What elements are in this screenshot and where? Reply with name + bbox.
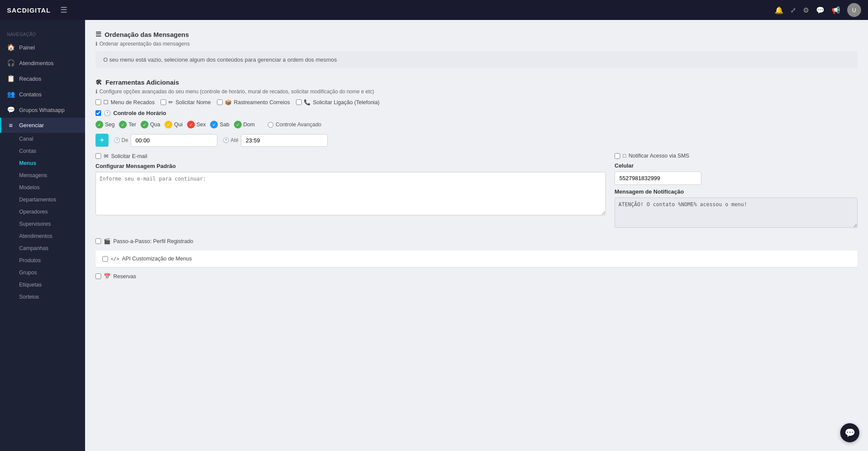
from-time-input[interactable] (131, 134, 217, 147)
checkbox-solicitar-nome[interactable]: ✏ Solicitar Nome (161, 99, 210, 105)
ferramentas-section: 🛠 Ferramentas Adicionais ℹ Configure opç… (95, 79, 858, 281)
sidebar-subitem-modelos[interactable]: Modelos (0, 181, 85, 194)
sidebar-subitem-sorteios[interactable]: Sorteios (0, 291, 85, 303)
info-icon-2: ℹ (95, 89, 98, 95)
reservas-checkbox[interactable] (95, 273, 101, 279)
controle-horario-checkbox[interactable] (95, 110, 101, 116)
rastreamento-correios-checkbox[interactable] (217, 99, 223, 105)
sidebar-subitem-campanhas[interactable]: Campanhas (0, 242, 85, 254)
controle-avancado-label: Controle Avançado (276, 122, 321, 128)
notificar-sms-checkbox[interactable] (615, 153, 620, 159)
megaphone-icon[interactable]: 📢 (832, 6, 840, 14)
sidebar-label-contatos: Contatos (19, 91, 42, 98)
sidebar-label-atendimentos: Atendimentos (19, 60, 54, 66)
passo-passo-checkbox[interactable] (95, 238, 101, 244)
to-time-input[interactable] (241, 134, 328, 147)
mensagem-notificacao-label: Mensagem de Notificação (615, 188, 858, 195)
expand-icon[interactable]: ⤢ (790, 6, 796, 14)
add-time-button[interactable]: + (95, 134, 108, 147)
time-to-group: 🕐 Até (223, 134, 328, 147)
controle-avancado-item[interactable]: Controle Avançado (268, 122, 321, 128)
info-icon: ℹ (95, 41, 98, 47)
notificar-sms-row[interactable]: □ Notificar Acesso via SMS (615, 153, 858, 159)
solicitar-email-row[interactable]: ✉ Solicitar E-mail (95, 153, 606, 159)
api-icon: </> (111, 256, 119, 262)
sidebar-item-atendimentos[interactable]: 🎧 Atendimentos (0, 55, 85, 71)
email-sms-section: ✉ Solicitar E-mail Configurar Mensagem P… (95, 153, 858, 229)
ter-circle: ✓ (119, 121, 127, 128)
reservas-row[interactable]: 📅 Reservas (95, 271, 858, 281)
solicitar-ligacao-label: Solicitar Ligação (Telefonia) (313, 99, 380, 105)
sidebar-subitem-atendimentos[interactable]: Atendimentos (0, 230, 85, 242)
sidebar-subitem-canal[interactable]: Canal (0, 133, 85, 145)
email-col: ✉ Solicitar E-mail Configurar Mensagem P… (95, 153, 606, 229)
passo-passo-row[interactable]: 🎬 Passo-a-Passo: Perfil Registrado (95, 236, 858, 246)
day-qua[interactable]: ✓ Qua (141, 121, 161, 128)
checkbox-menu-recados[interactable]: ☐ Menu de Recados (95, 99, 155, 105)
sidebar-item-contatos[interactable]: 👥 Contatos (0, 86, 85, 102)
ferramentas-subtitle: ℹ Configure opções avançadas do seu menu… (95, 89, 858, 95)
sidebar-label-grupos-whatsapp: Grupos Whatsapp (19, 107, 65, 113)
day-sab[interactable]: ✓ Sab (210, 121, 229, 128)
sidebar-subitem-produtos[interactable]: Produtos (0, 254, 85, 267)
list-icon: ☰ (95, 30, 101, 38)
bell-icon[interactable]: 🔔 (775, 6, 783, 14)
qui-circle: ✓ (164, 121, 172, 128)
day-seg[interactable]: ✓ Seg (95, 121, 115, 128)
solicitar-email-checkbox[interactable] (95, 153, 101, 159)
sms-col: □ Notificar Acesso via SMS Celular Mensa… (615, 153, 858, 229)
sidebar-item-painel[interactable]: 🏠 Painel (0, 40, 85, 55)
solicitar-ligacao-checkbox[interactable] (296, 99, 302, 105)
sidebar-item-grupos-whatsapp[interactable]: 💬 Grupos Whatsapp (0, 102, 85, 118)
home-icon: 🏠 (7, 43, 15, 51)
config-mensagem-textarea[interactable] (95, 172, 606, 215)
ordenacao-section: ☰ Ordenação das Mensagens ℹ Ordenar apre… (95, 30, 858, 68)
menu-recados-checkbox[interactable] (95, 99, 101, 105)
chat-fab-button[interactable]: 💬 (840, 423, 859, 442)
checkbox-solicitar-ligacao[interactable]: 📞 Solicitar Ligação (Telefonia) (296, 99, 380, 105)
controle-avancado-radio[interactable] (268, 122, 273, 128)
rastreamento-correios-label: Rastreamento Correios (234, 99, 290, 105)
sidebar-subitem-etiquetas[interactable]: Etiquetas (0, 279, 85, 291)
sab-circle: ✓ (210, 121, 218, 128)
topbar-right: 🔔 ⤢ ⚙ 💬 📢 U (775, 3, 861, 17)
avatar[interactable]: U (847, 3, 861, 17)
sidebar-subitem-operadores[interactable]: Operadores (0, 206, 85, 218)
clock-icon: 🕐 (104, 110, 111, 116)
sidebar-subitem-contas[interactable]: Contas (0, 145, 85, 157)
api-customizacao-checkbox[interactable] (102, 256, 108, 262)
sidebar-item-recados[interactable]: 📋 Recados (0, 71, 85, 86)
settings-icon[interactable]: ⚙ (803, 6, 809, 14)
checkbox-rastreamento-correios[interactable]: 📦 Rastreamento Correios (217, 99, 290, 105)
sidebar-subitem-departamentos[interactable]: Departamentos (0, 194, 85, 206)
sidebar-subitem-mensagens[interactable]: Mensagens (0, 169, 85, 181)
edit-icon: ✏ (168, 99, 173, 105)
api-customizacao-row[interactable]: </> API Customização de Menus (95, 250, 858, 267)
whatsapp-icon[interactable]: 💬 (816, 6, 825, 14)
sidebar-item-gerenciar[interactable]: ≡ Gerenciar (0, 118, 85, 133)
day-sex[interactable]: ✓ Sex (187, 121, 206, 128)
topbar: SACDIGITAL ☰ 🔔 ⤢ ⚙ 💬 📢 U (0, 0, 868, 20)
sidebar-label-painel: Painel (19, 44, 35, 51)
menu-toggle-icon[interactable]: ☰ (60, 5, 67, 15)
day-qui[interactable]: ✓ Qui (164, 121, 182, 128)
reservas-icon: 📅 (104, 273, 111, 280)
dom-circle: ✓ (234, 121, 242, 128)
celular-input[interactable] (615, 171, 701, 185)
menu-recados-label: Menu de Recados (111, 99, 155, 105)
day-dom[interactable]: ✓ Dom (234, 121, 255, 128)
solicitar-nome-checkbox[interactable] (161, 99, 166, 105)
package-icon: 📦 (225, 99, 232, 105)
sidebar-subitem-grupos[interactable]: Grupos (0, 267, 85, 279)
sidebar-subitem-menus[interactable]: Menus (0, 157, 85, 169)
ordenacao-empty-message: O seu menu está vazio, selecione algum d… (95, 51, 858, 68)
mensagem-notificacao-textarea[interactable]: ATENÇÃO! O contato %NOME% acessou o menu… (615, 198, 858, 228)
config-mensagem-label: Configurar Mensagem Padrão (95, 163, 606, 169)
qui-label: Qui (174, 122, 182, 128)
day-ter[interactable]: ✓ Ter (119, 121, 136, 128)
passo-passo-icon: 🎬 (104, 238, 111, 244)
sidebar-subitem-supervisores[interactable]: Supervisores (0, 218, 85, 230)
tools-icon: 🛠 (95, 79, 102, 86)
controle-horario-check[interactable]: 🕐 Controle de Horário (95, 110, 166, 116)
dom-label: Dom (243, 122, 255, 128)
